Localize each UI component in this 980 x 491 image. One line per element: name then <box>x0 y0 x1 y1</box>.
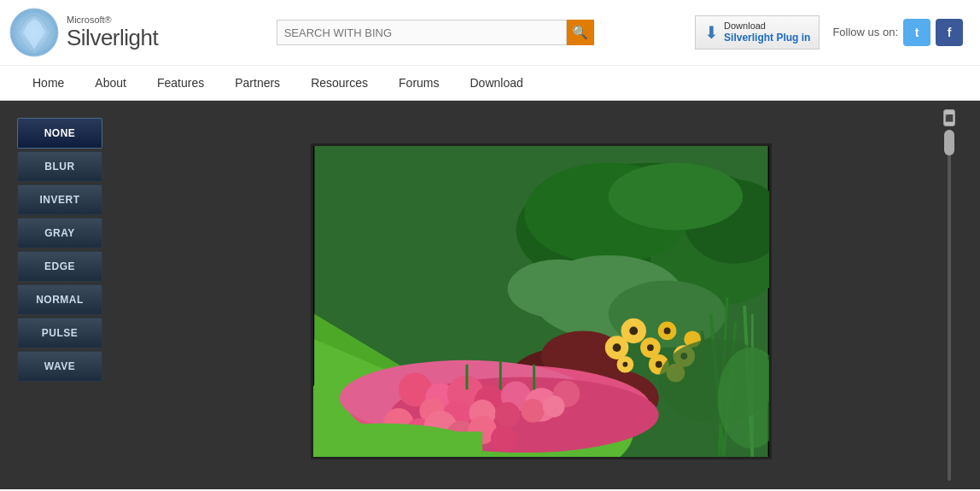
header: Microsoft® Silverlight 🔍 ⬇ Download Silv… <box>0 0 980 101</box>
microsoft-label: Microsoft® <box>67 15 158 25</box>
follow-label: Follow us on: <box>832 26 898 38</box>
download-icon: ⬇ <box>704 22 719 43</box>
effects-sidebar: NONEBLURINVERTGRAYEDGENORMALPULSEWAVE <box>17 118 102 382</box>
search-button[interactable]: 🔍 <box>567 20 594 45</box>
nav-item-about[interactable]: About <box>79 67 142 98</box>
download-silverlight-button[interactable]: ⬇ Download Silverlight Plug in <box>695 15 820 50</box>
svg-point-48 <box>521 399 545 423</box>
header-right: ⬇ Download Silverlight Plug in Follow us… <box>695 15 963 50</box>
svg-rect-58 <box>465 365 468 390</box>
garden-svg <box>313 146 769 457</box>
header-top: Microsoft® Silverlight 🔍 ⬇ Download Silv… <box>0 0 980 66</box>
silverlight-logo-icon <box>9 7 60 58</box>
effect-btn-edge[interactable]: EDGE <box>17 251 102 282</box>
scrollbar-handle[interactable]: ⬛ <box>943 109 955 126</box>
svg-point-55 <box>491 426 516 452</box>
svg-point-47 <box>495 402 521 428</box>
silverlight-label: Silverlight <box>67 25 158 51</box>
twitter-button[interactable]: t <box>903 19 930 46</box>
effect-btn-invert[interactable]: INVERT <box>17 184 102 215</box>
nav-item-download[interactable]: Download <box>455 67 539 98</box>
svg-point-29 <box>613 343 621 352</box>
svg-point-10 <box>609 163 743 231</box>
search-area: 🔍 <box>277 20 594 45</box>
svg-rect-59 <box>499 360 502 389</box>
main-content: NONEBLURINVERTGRAYEDGENORMALPULSEWAVE <box>0 101 980 489</box>
scrollbar-area: ⬛ <box>944 109 954 481</box>
effect-btn-wave[interactable]: WAVE <box>17 351 102 382</box>
effect-btn-normal[interactable]: NORMAL <box>17 284 102 315</box>
svg-point-13 <box>508 260 609 319</box>
follow-area: Follow us on: t f <box>832 19 963 46</box>
scrollbar-thumb[interactable] <box>944 130 954 155</box>
effect-btn-none[interactable]: NONE <box>17 118 102 149</box>
nav-bar: HomeAboutFeaturesPartnersResourcesForums… <box>0 66 980 100</box>
facebook-button[interactable]: f <box>936 19 963 46</box>
svg-point-49 <box>543 395 565 418</box>
effect-btn-blur[interactable]: BLUR <box>17 151 102 182</box>
svg-point-32 <box>656 361 662 368</box>
svg-point-30 <box>664 327 671 334</box>
nav-item-partners[interactable]: Partners <box>219 67 295 98</box>
effect-btn-gray[interactable]: GRAY <box>17 218 102 248</box>
svg-rect-57 <box>314 431 482 457</box>
svg-point-33 <box>622 362 627 367</box>
download-top-label: Download <box>724 20 810 32</box>
search-input[interactable] <box>277 20 567 45</box>
scrollbar-track[interactable] <box>948 130 951 481</box>
svg-rect-60 <box>533 365 535 390</box>
svg-point-27 <box>629 327 638 336</box>
download-bottom-label: Silverlight Plug in <box>724 32 810 44</box>
nav-item-forums[interactable]: Forums <box>383 67 454 98</box>
garden-image <box>311 143 772 459</box>
image-area <box>120 118 963 459</box>
download-btn-text: Download Silverlight Plug in <box>724 20 810 44</box>
logo-area: Microsoft® Silverlight <box>9 7 158 58</box>
effect-btn-pulse[interactable]: PULSE <box>17 318 102 348</box>
nav-item-features[interactable]: Features <box>142 67 219 98</box>
logo-text: Microsoft® Silverlight <box>67 15 158 51</box>
nav-item-home[interactable]: Home <box>17 67 79 98</box>
svg-point-28 <box>647 344 654 351</box>
nav-item-resources[interactable]: Resources <box>295 67 383 98</box>
